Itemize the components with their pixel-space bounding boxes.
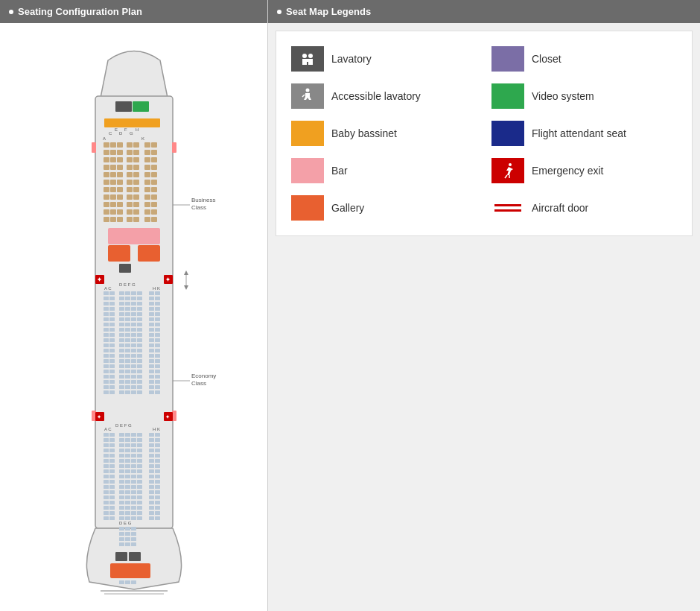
svg-rect-73: [104, 202, 109, 207]
svg-rect-138: [119, 527, 124, 531]
svg-rect-45: [104, 172, 109, 177]
legend-bar: Bar: [291, 158, 477, 183]
svg-rect-72: [151, 194, 157, 200]
legend-lavatory: Lavatory: [291, 46, 477, 72]
svg-rect-48: [127, 172, 133, 177]
svg-rect-43: [144, 165, 150, 170]
svg-rect-41: [127, 165, 133, 170]
svg-rect-62: [127, 187, 133, 192]
svg-rect-60: [110, 187, 116, 192]
svg-rect-2: [172, 142, 176, 153]
svg-rect-31: [104, 157, 109, 162]
seat-map-container: C E D F G H A K: [0, 23, 267, 611]
svg-rect-17: [104, 142, 109, 148]
baby-bassinet-icon: [291, 121, 324, 146]
svg-rect-27: [127, 150, 133, 155]
svg-text:Class: Class: [191, 380, 206, 387]
closet-label: Closet: [532, 53, 561, 65]
svg-text:D E F G: D E F G: [119, 282, 136, 287]
accessible-lavatory-icon: [291, 83, 324, 109]
svg-rect-97: [119, 264, 131, 273]
svg-rect-35: [133, 157, 139, 162]
svg-rect-36: [144, 157, 150, 162]
svg-rect-19: [117, 142, 123, 148]
svg-rect-58: [151, 180, 157, 185]
svg-text:H K: H K: [153, 286, 160, 291]
flight-attendant-seat-icon: [491, 121, 524, 146]
legend-content: Lavatory Closet Acce: [276, 31, 693, 236]
flight-attendant-label: Flight attendant seat: [532, 127, 626, 139]
svg-text:A: A: [103, 136, 106, 141]
svg-rect-92: [144, 217, 150, 222]
legend-video-system: Video system: [491, 83, 677, 109]
svg-rect-38: [104, 165, 109, 170]
svg-rect-37: [151, 157, 157, 162]
svg-rect-63: [133, 187, 139, 192]
svg-rect-95: [108, 245, 130, 262]
svg-rect-24: [104, 150, 109, 155]
svg-rect-44: [151, 165, 157, 170]
svg-rect-54: [117, 180, 123, 185]
svg-rect-40: [117, 165, 123, 170]
header-dot-right: [277, 10, 281, 14]
svg-point-150: [308, 54, 313, 58]
svg-rect-29: [144, 150, 150, 155]
svg-text:Class: Class: [191, 204, 206, 211]
svg-text:A C: A C: [104, 286, 112, 291]
svg-text:✦: ✦: [165, 276, 171, 283]
svg-text:H: H: [136, 127, 139, 132]
svg-marker-107: [184, 285, 188, 290]
svg-text:E: E: [115, 127, 118, 132]
svg-rect-84: [133, 209, 139, 215]
svg-rect-21: [133, 142, 139, 148]
svg-text:D: D: [119, 131, 123, 136]
svg-rect-134: [137, 433, 142, 437]
svg-rect-25: [110, 150, 116, 155]
svg-rect-96: [138, 245, 160, 262]
svg-rect-76: [127, 202, 133, 207]
svg-rect-132: [125, 433, 130, 437]
svg-point-151: [306, 89, 310, 92]
svg-rect-67: [110, 194, 116, 200]
svg-rect-61: [117, 187, 123, 192]
svg-rect-139: [125, 527, 130, 531]
legend-flight-attendant: Flight attendant seat: [491, 121, 677, 146]
svg-rect-56: [133, 180, 139, 185]
svg-rect-91: [133, 217, 139, 222]
svg-rect-71: [144, 194, 150, 200]
svg-rect-116: [137, 291, 142, 295]
svg-rect-94: [108, 228, 160, 244]
svg-rect-142: [129, 552, 141, 561]
svg-rect-115: [131, 291, 136, 295]
svg-rect-66: [104, 194, 109, 200]
svg-rect-22: [144, 142, 150, 148]
svg-rect-129: [104, 433, 109, 437]
legend-accessible-lavatory: Accessible lavatory: [291, 83, 477, 109]
svg-rect-135: [149, 433, 154, 437]
svg-rect-20: [127, 142, 133, 148]
svg-rect-143: [110, 563, 150, 578]
svg-rect-32: [110, 157, 116, 162]
svg-text:A C: A C: [104, 427, 112, 431]
svg-rect-81: [110, 209, 116, 215]
right-panel: Seat Map Legends Lavatory: [268, 0, 700, 611]
svg-rect-65: [151, 187, 157, 192]
svg-text:✦: ✦: [97, 414, 101, 420]
svg-text:Economy: Economy: [191, 373, 216, 379]
svg-rect-90: [127, 217, 133, 222]
video-system-icon: [491, 83, 524, 109]
gallery-label: Gallery: [331, 202, 364, 214]
svg-rect-28: [133, 150, 139, 155]
svg-rect-80: [104, 209, 109, 215]
right-panel-header: Seat Map Legends: [268, 0, 700, 23]
svg-rect-52: [104, 180, 109, 185]
legend-emergency-exit: Emergency exit: [491, 158, 677, 183]
bar-label: Bar: [331, 165, 348, 177]
svg-rect-113: [119, 291, 124, 295]
svg-rect-140: [131, 527, 136, 531]
svg-rect-146: [131, 580, 136, 584]
accessible-lavatory-label: Accessible lavatory: [331, 90, 421, 102]
gallery-icon: [291, 195, 324, 221]
svg-text:K: K: [141, 136, 144, 141]
svg-rect-118: [155, 291, 160, 295]
